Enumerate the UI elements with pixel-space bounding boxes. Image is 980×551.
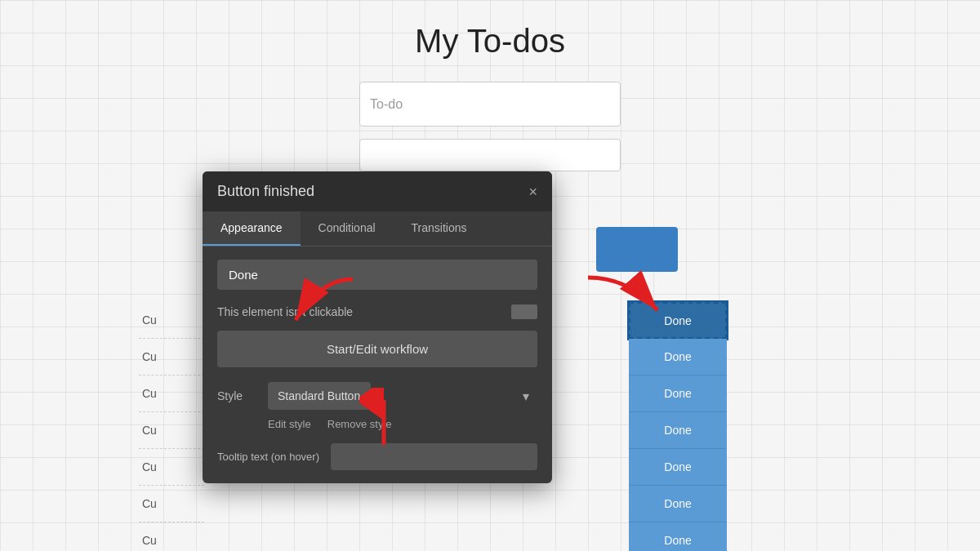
style-select-wrapper: Standard Button	[268, 382, 537, 410]
tab-transitions[interactable]: Transitions	[394, 211, 485, 246]
modal-body: This element isn't clickable Start/Edit …	[203, 247, 552, 483]
not-clickable-label: This element isn't clickable	[217, 305, 353, 318]
list-item: Cu	[139, 339, 204, 375]
tooltip-label: Tooltip text (on hover)	[217, 451, 319, 463]
modal-panel: Button finished × Appearance Conditional…	[203, 171, 552, 483]
button-label-input[interactable]	[217, 260, 537, 290]
app-title: My To-dos	[415, 23, 565, 60]
done-button[interactable]: Done	[629, 375, 727, 412]
modal-title: Button finished	[217, 183, 314, 200]
style-label: Style	[217, 389, 256, 402]
tooltip-input[interactable]	[331, 443, 537, 470]
todo-second-box	[359, 139, 621, 171]
list-item: Cu	[139, 449, 204, 486]
list-item: Cu	[139, 375, 204, 412]
done-button[interactable]: Done	[629, 339, 727, 375]
todo-placeholder: To-do	[370, 97, 403, 112]
workflow-button[interactable]: Start/Edit workflow	[217, 331, 537, 367]
blue-button-top[interactable]	[596, 227, 678, 272]
list-item: Cu	[139, 486, 204, 522]
list-item: Cu	[139, 302, 204, 339]
done-button[interactable]: Done	[629, 412, 727, 449]
done-button[interactable]: Done	[629, 522, 727, 551]
style-links: Edit style Remove style	[217, 418, 537, 430]
tab-conditional[interactable]: Conditional	[301, 211, 394, 246]
tooltip-row: Tooltip text (on hover)	[217, 443, 537, 470]
list-item: Cu	[139, 522, 204, 551]
style-row: Style Standard Button	[217, 382, 537, 410]
done-button[interactable]: Done	[629, 486, 727, 522]
remove-style-link[interactable]: Remove style	[327, 418, 392, 430]
modal-header: Button finished ×	[203, 171, 552, 211]
not-clickable-row: This element isn't clickable	[217, 304, 537, 319]
close-button[interactable]: ×	[528, 184, 537, 199]
todo-input[interactable]: To-do	[359, 82, 621, 127]
row-labels-container: Cu Cu Cu Cu Cu Cu Cu	[139, 302, 204, 551]
style-select[interactable]: Standard Button	[268, 382, 371, 410]
done-button-selected[interactable]: Done	[629, 302, 727, 339]
clickable-toggle[interactable]	[511, 304, 537, 319]
done-buttons-container: Done Done Done Done Done Done Done	[629, 302, 727, 551]
edit-style-link[interactable]: Edit style	[268, 418, 311, 430]
list-item: Cu	[139, 412, 204, 449]
tab-appearance[interactable]: Appearance	[203, 211, 301, 246]
modal-tabs: Appearance Conditional Transitions	[203, 211, 552, 247]
done-button[interactable]: Done	[629, 449, 727, 486]
